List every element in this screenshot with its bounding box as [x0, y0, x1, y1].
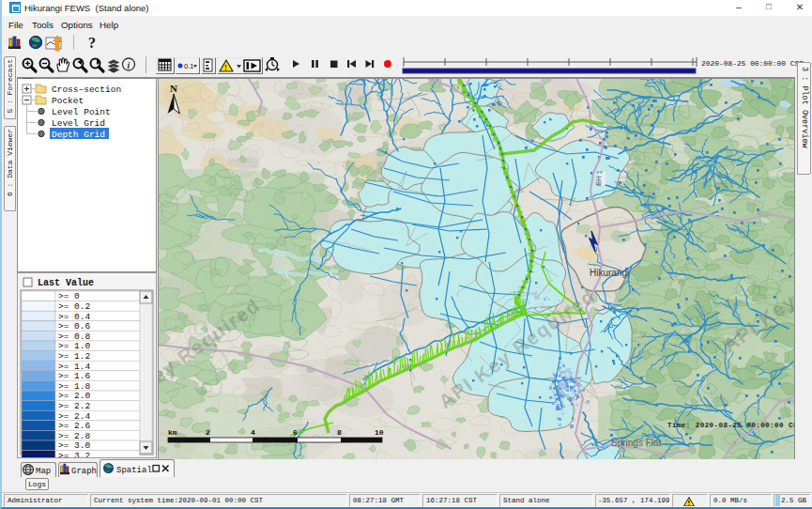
svg-text:>= 0.8: >= 0.8: [58, 332, 91, 342]
svg-text:0.1: 0.1: [184, 62, 193, 70]
svg-text:!: !: [224, 63, 227, 72]
svg-text:>= 3.0: >= 3.0: [58, 440, 91, 451]
svg-text:Time: 2020-08-25 00:00:00 CST: Time: 2020-08-25 00:00:00 CST: [667, 422, 795, 429]
svg-text:>= 2.2: >= 2.2: [58, 401, 91, 411]
svg-text:>= 2.8: >= 2.8: [58, 431, 91, 441]
svg-text:2020-08-25 00:00:00 CST: 2020-08-25 00:00:00 CST: [701, 59, 804, 68]
svg-text:Hikurangi: Hikurangi: [590, 268, 629, 278]
svg-text:>= 0.6: >= 0.6: [58, 321, 91, 332]
svg-text:>= 3.2: >= 3.2: [58, 451, 91, 457]
svg-text:Level Grid: Level Grid: [52, 118, 105, 129]
svg-text:N: N: [170, 83, 177, 94]
svg-text:Pocket: Pocket: [52, 96, 84, 106]
svg-text:>= 2.0: >= 2.0: [58, 391, 91, 401]
svg-text:SH 1: SH 1: [594, 170, 604, 186]
svg-text:>= 0: >= 0: [58, 291, 80, 301]
svg-text:4: 4: [251, 428, 255, 437]
svg-text:>= 1.4: >= 1.4: [58, 362, 91, 372]
svg-text:8: 8: [337, 428, 342, 437]
svg-text:6: 6: [293, 428, 298, 437]
svg-text:>= 0.2: >= 0.2: [58, 301, 91, 312]
svg-text:>= 1.6: >= 1.6: [58, 371, 91, 381]
svg-text:>= 2.6: >= 2.6: [58, 421, 91, 431]
svg-text:>= 1.0: >= 1.0: [58, 341, 91, 351]
svg-text:>= 1.8: >= 1.8: [58, 381, 91, 392]
svg-text:>= 0.4: >= 0.4: [58, 312, 91, 322]
svg-text:>= 1.2: >= 1.2: [58, 351, 91, 362]
svg-text:Depth Grid: Depth Grid: [52, 130, 105, 140]
svg-text:Last Value: Last Value: [38, 278, 94, 288]
svg-text:>= 2.4: >= 2.4: [58, 411, 91, 422]
svg-text:km: km: [168, 428, 177, 437]
svg-text:Spatial: Spatial: [116, 466, 152, 475]
svg-text:Map: Map: [36, 467, 51, 476]
svg-text:10: 10: [375, 428, 384, 437]
svg-text:?: ?: [88, 35, 96, 51]
svg-text:i: i: [128, 60, 130, 70]
svg-text:Springs Flat: Springs Flat: [611, 438, 662, 448]
svg-text:2: 2: [206, 428, 210, 437]
svg-text:Level Point: Level Point: [52, 107, 111, 117]
svg-text:Cross–section: Cross–section: [52, 85, 121, 95]
svg-text:Graph: Graph: [71, 467, 97, 476]
